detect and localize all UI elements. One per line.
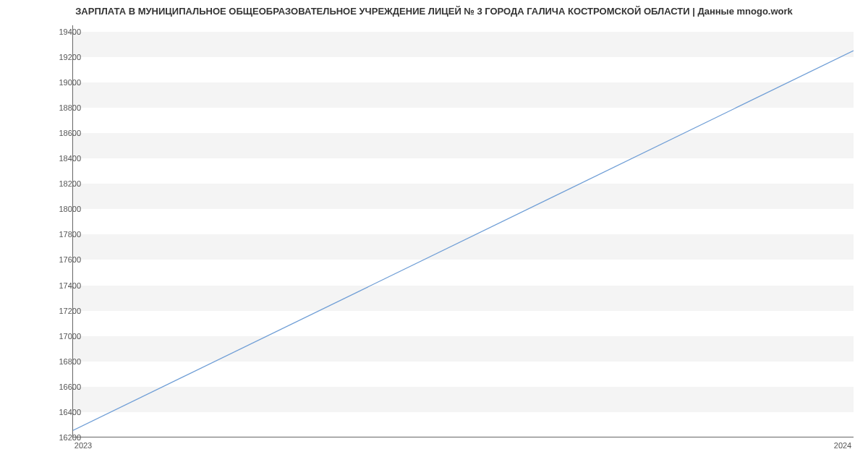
y-tick-label: 19000 <box>59 78 81 87</box>
y-tick-label: 19200 <box>59 53 81 61</box>
y-tick-label: 17600 <box>59 255 81 264</box>
y-tick-label: 18200 <box>59 179 81 188</box>
y-tick-label: 18800 <box>59 103 81 112</box>
y-tick-label: 18000 <box>59 205 81 213</box>
x-tick-label: 2024 <box>834 441 851 450</box>
y-tick-label: 18600 <box>59 129 81 137</box>
y-tick-label: 17200 <box>59 307 81 315</box>
y-tick-label: 17400 <box>59 281 81 290</box>
y-tick-label: 17000 <box>59 332 81 341</box>
chart-title: ЗАРПЛАТА В МУНИЦИПАЛЬНОЕ ОБЩЕОБРАЗОВАТЕЛ… <box>0 6 868 17</box>
y-tick-label: 17800 <box>59 230 81 239</box>
plot-area <box>72 25 854 437</box>
x-tick-label: 2023 <box>75 441 92 450</box>
salary-line-chart: ЗАРПЛАТА В МУНИЦИПАЛЬНОЕ ОБЩЕОБРАЗОВАТЕЛ… <box>0 0 868 470</box>
y-tick-label: 16600 <box>59 383 81 391</box>
y-tick-label: 19400 <box>59 27 81 36</box>
y-tick-label: 18400 <box>59 154 81 163</box>
y-tick-label: 16800 <box>59 357 81 366</box>
y-tick-label: 16400 <box>59 408 81 416</box>
series-line <box>73 25 854 437</box>
